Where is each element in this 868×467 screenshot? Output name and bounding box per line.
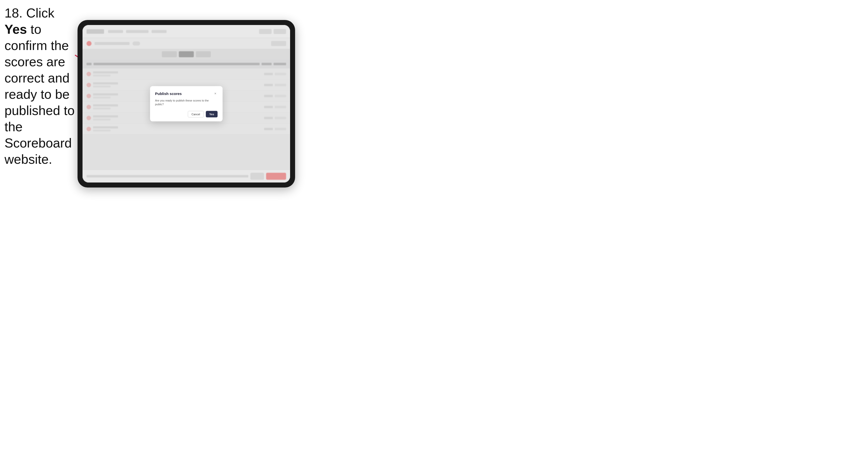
tablet-screen: Publish scores × Are you ready to publis…: [83, 25, 290, 183]
cancel-button[interactable]: Cancel: [188, 111, 204, 117]
yes-button[interactable]: Yes: [206, 111, 218, 117]
yes-bold: Yes: [4, 22, 27, 36]
instruction-text-part1: Click: [26, 6, 55, 20]
instruction-text-part2: to confirm the scores are correct and re…: [4, 22, 74, 166]
modal-body-text: Are you ready to publish these scores to…: [155, 99, 218, 106]
step-number: 18.: [4, 6, 23, 20]
modal-header: Publish scores ×: [155, 91, 218, 96]
instruction-block: 18. Click Yes to confirm the scores are …: [4, 5, 77, 167]
modal-title: Publish scores: [155, 91, 182, 95]
tablet-device: Publish scores × Are you ready to publis…: [78, 20, 295, 187]
modal-close-button[interactable]: ×: [213, 91, 218, 96]
modal-footer: Cancel Yes: [155, 111, 218, 117]
publish-scores-modal: Publish scores × Are you ready to publis…: [150, 86, 223, 122]
